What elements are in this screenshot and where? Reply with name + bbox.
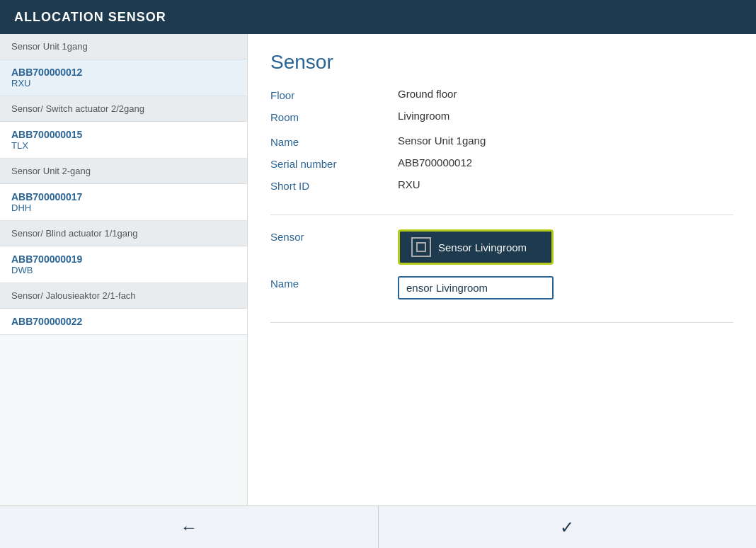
room-row: Room Livingroom <box>270 110 733 123</box>
short-id-row: Short ID RXU <box>270 178 733 192</box>
sidebar-item-3[interactable]: ABB700000017 DHH <box>0 184 247 221</box>
header-title: ALLOCATION SENSOR <box>14 10 166 25</box>
floor-row: Floor Ground floor <box>270 88 733 101</box>
sidebar-item-4-shortid: DWB <box>11 265 236 275</box>
sidebar-item-3-serial: ABB700000017 <box>11 191 236 202</box>
sensor-button-label: Sensor Livingroom <box>438 241 527 253</box>
sidebar-item-1[interactable]: ABB700000012 RXU <box>0 59 247 96</box>
serial-value: ABB700000012 <box>398 156 472 169</box>
back-icon: ← <box>181 518 197 537</box>
name-row: Name Sensor Unit 1gang <box>270 135 733 148</box>
sidebar-item-4[interactable]: ABB700000019 DWB <box>0 246 247 283</box>
sensor-section: Sensor Sensor Livingroom Name <box>270 229 733 323</box>
short-id-value: RXU <box>398 178 420 190</box>
sidebar-item-5[interactable]: ABB700000022 <box>0 309 247 335</box>
detail-panel: Sensor Floor Ground floor Room Livingroo… <box>248 34 756 506</box>
floor-label: Floor <box>270 88 398 101</box>
sidebar-item-2-serial: ABB700000015 <box>11 129 236 140</box>
sensor-row: Sensor Sensor Livingroom <box>270 229 733 265</box>
name-label: Name <box>270 135 398 148</box>
floor-value: Ground floor <box>398 88 457 100</box>
sensor-button-icon-inner <box>416 242 426 252</box>
name-input-label: Name <box>270 276 398 290</box>
sidebar-item-1-shortid: RXU <box>11 78 236 89</box>
footer: ← ✓ <box>0 506 756 548</box>
name-input-field[interactable] <box>398 276 554 299</box>
room-value: Livingroom <box>398 110 449 122</box>
serial-row: Serial number ABB700000012 <box>270 156 733 170</box>
sidebar: Sensor Unit 1gang ABB700000012 RXU Senso… <box>0 34 248 506</box>
detail-title: Sensor <box>270 51 733 74</box>
sidebar-item-2[interactable]: ABB700000015 TLX <box>0 122 247 159</box>
sidebar-category-3: Sensor Unit 2-gang <box>0 159 247 184</box>
main-content: Sensor Unit 1gang ABB700000012 RXU Senso… <box>0 34 756 506</box>
short-id-label: Short ID <box>270 178 398 192</box>
sidebar-category-2: Sensor/ Switch actuator 2/2gang <box>0 96 247 122</box>
confirm-icon: ✓ <box>560 518 574 537</box>
back-button[interactable]: ← <box>0 506 378 548</box>
sidebar-item-2-shortid: TLX <box>11 140 236 151</box>
sidebar-item-1-serial: ABB700000012 <box>11 67 236 78</box>
sidebar-category-1: Sensor Unit 1gang <box>0 34 247 59</box>
app-header: ALLOCATION SENSOR <box>0 0 756 34</box>
sensor-button-icon <box>411 237 431 257</box>
name-input-row: Name <box>270 276 733 299</box>
info-section: Floor Ground floor Room Livingroom Name … <box>270 88 733 215</box>
confirm-button[interactable]: ✓ <box>379 506 757 548</box>
sidebar-category-5: Sensor/ Jalousieaktor 2/1-fach <box>0 283 247 309</box>
sidebar-item-4-serial: ABB700000019 <box>11 253 236 265</box>
room-label: Room <box>270 110 398 123</box>
sidebar-item-3-shortid: DHH <box>11 202 236 213</box>
serial-label: Serial number <box>270 156 398 170</box>
sensor-label: Sensor <box>270 229 398 243</box>
name-value: Sensor Unit 1gang <box>398 135 486 147</box>
sidebar-item-5-serial: ABB700000022 <box>11 316 236 327</box>
sidebar-category-4: Sensor/ Blind actuator 1/1gang <box>0 221 247 246</box>
sensor-button[interactable]: Sensor Livingroom <box>398 229 554 265</box>
